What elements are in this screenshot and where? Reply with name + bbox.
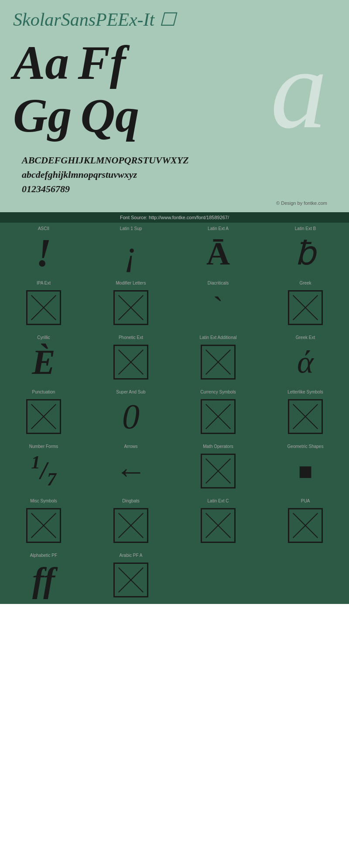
- glyph-Aa: Aa: [13, 37, 69, 89]
- char-cell: Dingbats: [87, 495, 174, 549]
- char-symbol: 1/7: [31, 451, 56, 491]
- char-symbol: [201, 342, 236, 382]
- placeholder-box: [113, 290, 148, 325]
- placeholder-box: [26, 290, 61, 325]
- bottom-section: Font Source: http://www.fontke.com/font/…: [0, 212, 349, 604]
- char-label: IPA Ext: [37, 281, 51, 285]
- char-symbol: Ā: [206, 234, 230, 273]
- char-cell: Super And Sub0: [87, 386, 174, 441]
- char-cell: Phonetic Ext: [87, 332, 174, 386]
- char-cell: CyrillicÈ: [0, 332, 87, 386]
- char-symbol: !: [36, 234, 51, 273]
- char-symbol: [113, 342, 148, 382]
- char-cell: Letterlike Symbols: [262, 386, 349, 441]
- char-symbol: 0: [122, 397, 140, 436]
- char-symbol: [288, 288, 323, 327]
- char-label: Arrows: [124, 444, 137, 449]
- copyright: © Design by fontke.com: [13, 198, 336, 208]
- char-cell: Latin 1 Sup¡: [87, 223, 174, 277]
- char-label: Latin 1 Sup: [120, 226, 142, 231]
- char-symbol: [288, 506, 323, 545]
- placeholder-box: [113, 508, 148, 543]
- char-cell: Greek Extά: [262, 332, 349, 386]
- alphabet-section: ABCDEFGHIJKLMNOPQRSTUVWXYZ abcdefghijklm…: [13, 146, 336, 198]
- char-cell: PUA: [262, 495, 349, 549]
- char-cell: Misc Symbols: [0, 495, 87, 549]
- glyph-row-1: Aa Ff: [13, 37, 139, 89]
- char-label: Geometric Shapes: [287, 444, 324, 449]
- char-label: Misc Symbols: [30, 498, 57, 503]
- char-symbol: [201, 451, 236, 491]
- title-text: SkolarSansPEEx-It ☐: [13, 10, 176, 30]
- char-label: Currency Symbols: [200, 390, 236, 394]
- char-label: Modifier Letters: [116, 281, 146, 285]
- watermark-glyph: a: [270, 32, 327, 146]
- uppercase-line: ABCDEFGHIJKLMNOPQRSTUVWXYZ: [22, 153, 327, 167]
- placeholder-box: [113, 345, 148, 380]
- top-section: SkolarSansPEEx-It ☐ Aa Ff Gg Qq a ABCDEF…: [0, 0, 349, 212]
- char-cell: Geometric Shapes■: [262, 441, 349, 495]
- char-label: Latin Ext C: [208, 498, 229, 503]
- char-label: Number Forms: [29, 444, 58, 449]
- font-source: Font Source: http://www.fontke.com/font/…: [0, 212, 349, 223]
- char-symbol: [201, 506, 236, 545]
- glyph-Qq: Qq: [80, 89, 139, 142]
- char-label: Diacriticals: [208, 281, 229, 285]
- char-symbol: ff: [32, 560, 55, 600]
- placeholder-box: [288, 290, 323, 325]
- char-symbol: [201, 397, 236, 436]
- placeholder-box: [288, 508, 323, 543]
- placeholder-box: [113, 563, 148, 597]
- char-symbol: [113, 288, 148, 327]
- char-symbol: [113, 506, 148, 545]
- char-label: Greek: [299, 281, 311, 285]
- glyph-showcase: Aa Ff Gg Qq a: [13, 32, 336, 146]
- char-cell: Diacriticals`: [174, 277, 262, 332]
- char-label: Punctuation: [32, 390, 55, 394]
- char-cell: Punctuation: [0, 386, 87, 441]
- glyph-pairs: Aa Ff Gg Qq: [13, 37, 139, 142]
- char-label: Math Operators: [203, 444, 233, 449]
- lowercase-line: abcdefghijklmnopqrstuvwxyz: [22, 167, 327, 182]
- char-label: Dingbats: [122, 498, 139, 503]
- char-symbol: `: [213, 288, 223, 327]
- char-label: Alphabetic PF: [30, 553, 57, 558]
- char-label: Latin Ext A: [208, 226, 229, 231]
- char-symbol: ¡: [124, 234, 137, 273]
- char-cell: Latin Ext C: [174, 495, 262, 549]
- char-label: Latin Ext B: [295, 226, 316, 231]
- char-symbol: ά: [297, 342, 314, 382]
- char-symbol: [26, 397, 61, 436]
- placeholder-box: [201, 454, 236, 488]
- char-cell: Latin Ext Additional: [174, 332, 262, 386]
- char-label: Cyrillic: [37, 335, 50, 340]
- placeholder-box: [288, 399, 323, 434]
- placeholder-box: [26, 399, 61, 434]
- char-cell: Modifier Letters: [87, 277, 174, 332]
- char-cell: Greek: [262, 277, 349, 332]
- char-label: Arabic PF A: [120, 553, 143, 558]
- char-symbol: [26, 506, 61, 545]
- placeholder-box: [201, 399, 236, 434]
- char-cell: Latin Ext AĀ: [174, 223, 262, 277]
- char-label: Letterlike Symbols: [287, 390, 323, 394]
- digits-line: 0123456789: [22, 182, 327, 196]
- char-symbol: ■: [298, 451, 312, 491]
- glyph-Gg: Gg: [13, 89, 72, 142]
- char-cell: Alphabetic PFff: [0, 549, 87, 604]
- char-cell: Currency Symbols: [174, 386, 262, 441]
- char-cell: Latin Ext Bƀ: [262, 223, 349, 277]
- char-grid: ASCII!Latin 1 Sup¡Latin Ext AĀLatin Ext …: [0, 223, 349, 604]
- char-symbol: [288, 397, 323, 436]
- placeholder-box: [26, 508, 61, 543]
- char-symbol: [26, 288, 61, 327]
- char-label: ASCII: [38, 226, 49, 231]
- placeholder-box: [201, 508, 236, 543]
- char-symbol: ƀ: [295, 234, 316, 273]
- char-symbol: [113, 560, 148, 600]
- char-cell: IPA Ext: [0, 277, 87, 332]
- char-label: Greek Ext: [296, 335, 315, 340]
- char-cell: Arabic PF A: [87, 549, 174, 604]
- char-label: Latin Ext Additional: [199, 335, 236, 340]
- glyph-row-2: Gg Qq: [13, 89, 139, 142]
